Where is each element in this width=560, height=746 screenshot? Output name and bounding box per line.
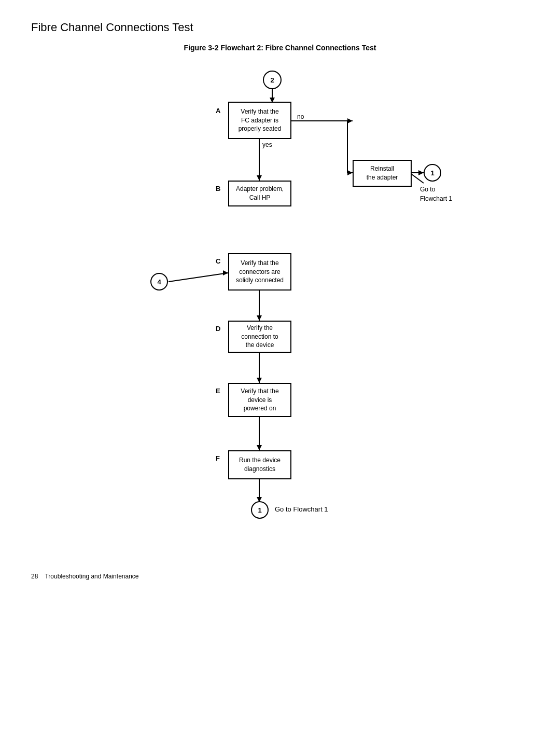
box-reinstall-adapter: Reinstallthe adapter: [353, 160, 412, 187]
flowchart-arrows: [93, 66, 467, 559]
label-e: E: [216, 387, 220, 395]
label-b: B: [216, 185, 220, 192]
no-label: no: [297, 113, 304, 120]
box-run-diagnostics: Run the devicediagnostics: [228, 450, 291, 479]
svg-marker-14: [257, 445, 262, 450]
svg-line-22: [410, 173, 424, 183]
svg-marker-21: [347, 170, 353, 175]
label-f: F: [216, 454, 220, 462]
circle-1a: 1: [424, 164, 441, 182]
box-verify-connectors: Verify that theconnectors aresolidly con…: [228, 253, 291, 291]
yes-label: yes: [262, 141, 272, 148]
page: Fibre Channel Connections Test Figure 3-…: [0, 0, 560, 590]
box-verify-powered-on: Verify that thedevice ispowered on: [228, 383, 291, 417]
figure-title: Figure 3-2 Flowchart 2: Fibre Channel Co…: [31, 44, 529, 52]
label-d: D: [216, 325, 220, 333]
box-verify-connection: Verify theconnection tothe device: [228, 321, 291, 353]
page-title: Fibre Channel Connections Test: [31, 21, 529, 34]
goto-flowchart1-bottom: Go to Flowchart 1: [275, 505, 328, 513]
flowchart-container: 2 A Verify that theFC adapter isproperly…: [93, 66, 467, 559]
circle-4: 4: [150, 273, 168, 291]
svg-line-4: [290, 121, 353, 173]
circle-1b: 1: [251, 501, 269, 519]
box-adapter-problem: Adapter problem,Call HP: [228, 181, 291, 206]
svg-marker-3: [257, 175, 262, 181]
circle-2: 2: [263, 71, 282, 89]
svg-marker-6: [347, 118, 353, 123]
svg-marker-24: [418, 170, 424, 175]
svg-line-7: [169, 273, 228, 282]
svg-marker-10: [257, 315, 262, 321]
label-c: C: [216, 257, 220, 265]
goto-flowchart1-top: Go toFlowchart 1: [420, 185, 452, 203]
svg-line-18: [347, 121, 353, 173]
box-verify-fc-adapter: Verify that theFC adapter isproperly sea…: [228, 102, 291, 139]
footer-text: Troubleshooting and Maintenance: [45, 573, 138, 580]
svg-marker-12: [257, 378, 262, 383]
label-a: A: [216, 107, 220, 115]
footer-page: 28: [31, 573, 38, 580]
svg-marker-8: [223, 270, 228, 275]
footer: 28 Troubleshooting and Maintenance: [31, 573, 139, 580]
